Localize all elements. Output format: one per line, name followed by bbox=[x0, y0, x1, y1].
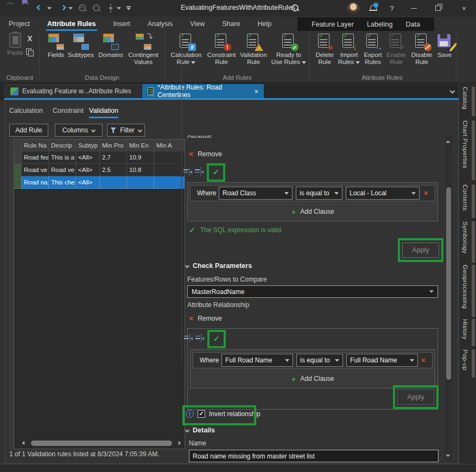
tab-validation[interactable]: Validation bbox=[89, 107, 118, 118]
scroll-right-icon[interactable] bbox=[177, 441, 181, 445]
delete-clause-icon[interactable]: × bbox=[421, 356, 426, 364]
view-tab-attribute-rules[interactable]: *Attribute Rules: Road Centerlines × bbox=[142, 84, 264, 98]
apply-button[interactable]: Apply bbox=[402, 243, 439, 258]
details-section[interactable]: Details bbox=[186, 426, 215, 434]
expression-mode-sql-icon[interactable] bbox=[200, 167, 201, 176]
dock-tab-chart-properties[interactable]: Chart Properties bbox=[459, 120, 476, 180]
table-cell[interactable]: 10.8 bbox=[127, 164, 154, 176]
tab-project[interactable]: Project bbox=[8, 16, 31, 31]
tab-view[interactable]: View bbox=[189, 16, 206, 31]
delete-clause-icon[interactable]: × bbox=[424, 189, 428, 197]
view-tab-list-icon[interactable] bbox=[450, 88, 455, 94]
table-cell[interactable]: Road fea bbox=[22, 151, 49, 164]
expression-mode-sql-icon[interactable] bbox=[201, 334, 202, 342]
tab-share[interactable]: Share bbox=[221, 16, 241, 31]
column-header[interactable]: Rule Na bbox=[22, 139, 49, 151]
delete-rule-button[interactable]: × DeleteRule bbox=[313, 33, 337, 66]
remove-clause-button[interactable]: × Remove bbox=[189, 150, 222, 158]
validation-rule-button[interactable]: ValidationRule bbox=[238, 33, 269, 66]
pane-divider[interactable] bbox=[181, 36, 182, 363]
subtypes-button[interactable]: Subtypes bbox=[65, 33, 97, 59]
column-header[interactable]: Subtyp bbox=[76, 139, 100, 151]
columns-dropdown[interactable]: Columns bbox=[55, 124, 103, 137]
table-cell[interactable]: <All> bbox=[76, 151, 100, 164]
add-rule-button[interactable]: Add Rule bbox=[9, 124, 48, 137]
tab-help[interactable]: Help bbox=[257, 16, 273, 31]
operator-dropdown[interactable]: is equal to bbox=[296, 187, 342, 200]
tab-insert[interactable]: Insert bbox=[112, 16, 131, 31]
add-clause-button[interactable]: + Add Clause bbox=[190, 204, 435, 219]
row-handle[interactable] bbox=[14, 151, 22, 164]
scroll-down-icon[interactable] bbox=[446, 453, 450, 457]
field-dropdown[interactable]: Road Class bbox=[219, 187, 293, 200]
verify-expression-icon[interactable]: ✓ bbox=[213, 168, 219, 176]
constraint-rule-button[interactable]: ! ConstraintRule bbox=[205, 33, 238, 66]
avatar[interactable] bbox=[347, 2, 359, 14]
redo-button[interactable] bbox=[57, 4, 73, 12]
apply-button[interactable]: Apply bbox=[397, 390, 434, 405]
table-cell[interactable]: Road na bbox=[22, 176, 49, 189]
collapse-section-icon[interactable] bbox=[185, 428, 189, 432]
tab-analysis[interactable]: Analysis bbox=[147, 16, 174, 31]
verify-expression-icon[interactable]: ✓ bbox=[213, 334, 220, 343]
value-dropdown[interactable]: Local - Local bbox=[346, 187, 420, 200]
contingent-values-button[interactable]: ContingentValues bbox=[125, 33, 162, 66]
table-row-selected[interactable]: Road na This che <All> bbox=[14, 176, 185, 189]
table-cell[interactable]: <All> bbox=[76, 176, 100, 189]
column-header[interactable]: Descrip bbox=[49, 139, 76, 151]
name-field[interactable] bbox=[189, 450, 439, 462]
undo-button[interactable] bbox=[36, 4, 52, 12]
tab-feature-layer[interactable]: Feature Layer bbox=[312, 21, 354, 28]
calculation-rule-button[interactable]: # CalculationRule bbox=[169, 33, 203, 66]
notifications-bell-icon[interactable] bbox=[369, 3, 378, 13]
scrollbar-thumb[interactable] bbox=[446, 187, 451, 380]
table-cell[interactable] bbox=[100, 176, 127, 189]
save-button[interactable]: Save bbox=[434, 33, 455, 59]
help-icon[interactable]: ? bbox=[383, 0, 401, 16]
dock-tab-popup[interactable]: Pop-up bbox=[459, 349, 476, 378]
table-cell[interactable]: 2.5 bbox=[100, 164, 127, 176]
table-cell[interactable] bbox=[154, 176, 178, 189]
operator-dropdown[interactable]: is equal to bbox=[296, 354, 343, 367]
navigate-dropdown-icon[interactable] bbox=[117, 7, 121, 10]
row-handle[interactable] bbox=[14, 164, 22, 176]
column-header[interactable]: Min En bbox=[127, 139, 154, 151]
tab-data[interactable]: Data bbox=[405, 21, 420, 28]
features-rows-combobox[interactable]: MasterRoadName bbox=[187, 285, 438, 298]
table-cell[interactable]: 10.9 bbox=[127, 151, 154, 164]
view-tab-map[interactable]: Evaluating Feature w...Attribute Rules bbox=[4, 84, 141, 98]
minimize-button[interactable] bbox=[404, 0, 423, 16]
add-clause-button[interactable]: + Add Clause bbox=[193, 371, 433, 386]
ready-to-use-rules-button[interactable]: ✓ Ready toUse Rules bbox=[270, 33, 307, 66]
horizontal-scrollbar[interactable] bbox=[23, 439, 180, 447]
paste-button[interactable]: Paste bbox=[4, 33, 26, 56]
tab-calculation[interactable]: Calculation bbox=[9, 107, 43, 117]
value-dropdown[interactable]: Full Road Name bbox=[346, 354, 418, 367]
table-row[interactable]: Road ve Road ve <All> 2.5 10.8 bbox=[14, 164, 185, 176]
undo-dropdown-icon[interactable] bbox=[47, 7, 52, 10]
close-button[interactable]: × bbox=[455, 0, 473, 16]
dock-tab-geoprocessing[interactable]: Geoprocessing bbox=[459, 265, 476, 317]
zoom-in-icon[interactable]: + bbox=[78, 4, 87, 12]
export-rules-button[interactable]: → ExportRules bbox=[360, 33, 385, 66]
scroll-left-icon[interactable] bbox=[22, 441, 26, 445]
dock-tab-symbology[interactable]: Symbology bbox=[459, 221, 476, 263]
table-cell[interactable]: This che bbox=[49, 176, 76, 189]
collapse-section-icon[interactable] bbox=[185, 264, 189, 268]
zoom-out-icon[interactable]: − bbox=[92, 4, 101, 12]
table-cell[interactable]: <All> bbox=[76, 164, 100, 176]
scrollbar-thumb[interactable] bbox=[31, 441, 172, 446]
remove-relationship-button[interactable]: × Remove bbox=[189, 315, 222, 322]
save-project-icon[interactable] bbox=[21, 3, 30, 13]
table-cell[interactable]: Road ve bbox=[49, 164, 76, 176]
navigate-button[interactable] bbox=[106, 4, 121, 12]
domains-button[interactable]: Domains bbox=[96, 33, 126, 59]
tab-labeling[interactable]: Labeling bbox=[367, 21, 392, 28]
filter-dropdown[interactable]: Filter bbox=[107, 124, 145, 137]
table-cell[interactable]: This is a bbox=[49, 151, 76, 164]
row-handle[interactable] bbox=[14, 176, 22, 189]
import-rules-button[interactable]: ↓ ImportRules bbox=[335, 33, 363, 66]
table-cell[interactable]: 2.7 bbox=[100, 151, 127, 164]
dock-tab-history[interactable]: History bbox=[459, 319, 476, 346]
scroll-up-icon[interactable] bbox=[446, 141, 450, 144]
